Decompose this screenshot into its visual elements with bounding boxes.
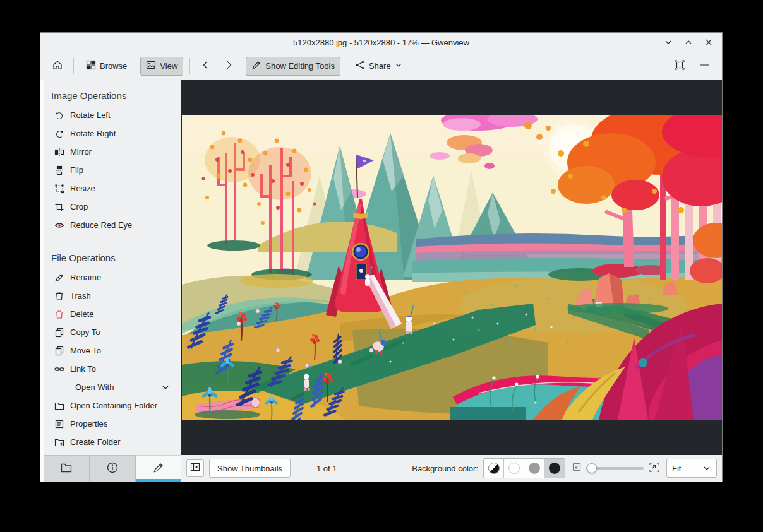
chevron-down-icon bbox=[161, 383, 170, 392]
close-button[interactable] bbox=[703, 37, 714, 48]
tab-information[interactable] bbox=[90, 455, 136, 482]
sidebar: Image Operations Rotate Left Rotate Righ… bbox=[40, 80, 181, 482]
half-circle-icon bbox=[488, 463, 500, 474]
sidebar-item-create-folder[interactable]: Create Folder bbox=[44, 433, 181, 451]
rename-pencil-icon bbox=[54, 272, 65, 283]
background-color-swatches bbox=[483, 458, 565, 478]
red-eye-icon bbox=[54, 220, 65, 231]
sidebar-item-link-to[interactable]: Link To bbox=[44, 360, 181, 378]
sidebar-item-open-with[interactable]: Open With bbox=[44, 378, 181, 396]
gwenview-window: 5120x2880.jpg - 5120x2880 - 17% — Gwenvi… bbox=[40, 33, 722, 482]
view-label: View bbox=[160, 61, 177, 71]
home-button[interactable] bbox=[48, 57, 67, 76]
go-next-button[interactable] bbox=[219, 57, 238, 76]
zoom-mode-combobox[interactable]: Fit bbox=[666, 459, 717, 478]
browse-label: Browse bbox=[100, 61, 127, 71]
sidebar-item-mirror[interactable]: Mirror bbox=[44, 143, 181, 161]
chevron-right-icon bbox=[224, 60, 234, 72]
properties-icon bbox=[54, 418, 65, 430]
share-icon bbox=[355, 60, 365, 72]
copy-icon bbox=[54, 327, 65, 338]
gray-circle-icon bbox=[529, 463, 540, 474]
maximize-button[interactable] bbox=[683, 37, 694, 48]
crop-icon bbox=[54, 201, 65, 213]
minimize-button[interactable] bbox=[663, 37, 674, 48]
show-thumbnails-label: Show Thumbnails bbox=[217, 464, 282, 473]
fit-window-button[interactable] bbox=[670, 57, 689, 76]
sidebar-collapse-icon bbox=[190, 462, 200, 475]
sidebar-item-rename[interactable]: Rename bbox=[44, 268, 181, 287]
sidebar-separator bbox=[50, 242, 175, 242]
sidebar-item-open-containing-folder[interactable]: Open Containing Folder bbox=[44, 396, 181, 415]
titlebar[interactable]: 5120x2880.jpg - 5120x2880 - 17% — Gwenvi… bbox=[40, 33, 722, 52]
artwork-image bbox=[182, 115, 722, 420]
zoom-fit-icon[interactable] bbox=[572, 462, 582, 475]
view-button[interactable]: View bbox=[140, 57, 183, 76]
sidebar-item-move-to[interactable]: Move To bbox=[44, 341, 181, 360]
sidebar-item-rotate-left[interactable]: Rotate Left bbox=[44, 106, 181, 124]
sidebar-item-resize[interactable]: Resize bbox=[44, 179, 181, 198]
sidebar-item-flip[interactable]: Flip bbox=[44, 161, 181, 179]
zoom-slider[interactable] bbox=[586, 462, 644, 475]
bg-swatch-gray[interactable] bbox=[524, 459, 544, 478]
browse-button[interactable]: Browse bbox=[80, 57, 133, 76]
go-previous-button[interactable] bbox=[196, 57, 215, 76]
mirror-icon bbox=[54, 146, 65, 158]
show-editing-tools-label: Show Editing Tools bbox=[265, 61, 335, 71]
show-thumbnails-button[interactable]: Show Thumbnails bbox=[209, 459, 291, 478]
show-editing-tools-button[interactable]: Show Editing Tools bbox=[246, 57, 340, 76]
hamburger-icon bbox=[699, 59, 711, 73]
sidebar-item-reduce-red-eye[interactable]: Reduce Red Eye bbox=[44, 216, 181, 234]
flip-icon bbox=[54, 165, 65, 176]
toolbar-separator bbox=[73, 58, 74, 74]
pencil-icon bbox=[152, 461, 165, 476]
image-viewer-canvas[interactable] bbox=[181, 80, 722, 455]
chevron-down-icon bbox=[395, 61, 402, 71]
sidebar-item-properties[interactable]: Properties bbox=[44, 415, 181, 433]
statusbar: Show Thumbnails 1 of 1 Background color: bbox=[181, 455, 722, 482]
sidebar-tabbar bbox=[44, 455, 181, 482]
black-circle-icon bbox=[549, 463, 560, 474]
background-color-label: Background color: bbox=[412, 464, 478, 473]
zoom-actual-size-icon[interactable] bbox=[649, 462, 659, 475]
folder-new-icon bbox=[54, 437, 65, 448]
home-icon bbox=[52, 59, 63, 73]
folder-icon bbox=[60, 461, 73, 476]
zoom-mode-value: Fit bbox=[672, 464, 681, 473]
info-icon bbox=[106, 461, 119, 476]
sidebar-item-trash[interactable]: Trash bbox=[44, 287, 181, 305]
rotate-left-icon bbox=[54, 110, 65, 121]
sidebar-item-copy-to[interactable]: Copy To bbox=[44, 323, 181, 341]
bg-swatch-white[interactable] bbox=[504, 459, 524, 478]
bg-swatch-checkered[interactable] bbox=[484, 459, 504, 478]
move-icon bbox=[54, 345, 65, 357]
link-icon bbox=[54, 364, 65, 375]
delete-icon bbox=[54, 309, 65, 320]
rotate-right-icon bbox=[54, 128, 65, 139]
trash-icon bbox=[54, 290, 65, 302]
tab-operations[interactable] bbox=[136, 455, 181, 482]
section-header-file-operations: File Operations bbox=[44, 249, 181, 268]
image-counter: 1 of 1 bbox=[316, 464, 337, 473]
chevron-left-icon bbox=[201, 60, 211, 72]
browse-grid-icon bbox=[86, 60, 96, 72]
white-circle-icon bbox=[508, 463, 520, 474]
sidebar-item-crop[interactable]: Crop bbox=[44, 198, 181, 216]
fullscreen-icon bbox=[674, 59, 685, 73]
zoom-slider-thumb[interactable] bbox=[587, 463, 597, 473]
sidebar-item-rotate-right[interactable]: Rotate Right bbox=[44, 124, 181, 143]
folder-icon bbox=[54, 400, 65, 411]
chevron-down-icon bbox=[702, 464, 711, 473]
main-toolbar: Browse View Show Editing Tools Share bbox=[40, 52, 722, 80]
tab-folders[interactable] bbox=[44, 455, 90, 482]
toggle-sidebar-button[interactable] bbox=[186, 459, 204, 477]
pencil-icon bbox=[251, 60, 261, 72]
share-button[interactable]: Share bbox=[349, 57, 408, 76]
share-label: Share bbox=[369, 61, 391, 71]
toolbar-separator bbox=[189, 58, 190, 74]
hamburger-menu-button[interactable] bbox=[695, 57, 714, 76]
window-title: 5120x2880.jpg - 5120x2880 - 17% — Gwenvi… bbox=[293, 38, 469, 47]
sidebar-item-delete[interactable]: Delete bbox=[44, 305, 181, 323]
bg-swatch-black[interactable] bbox=[544, 459, 565, 478]
view-image-icon bbox=[146, 60, 156, 72]
